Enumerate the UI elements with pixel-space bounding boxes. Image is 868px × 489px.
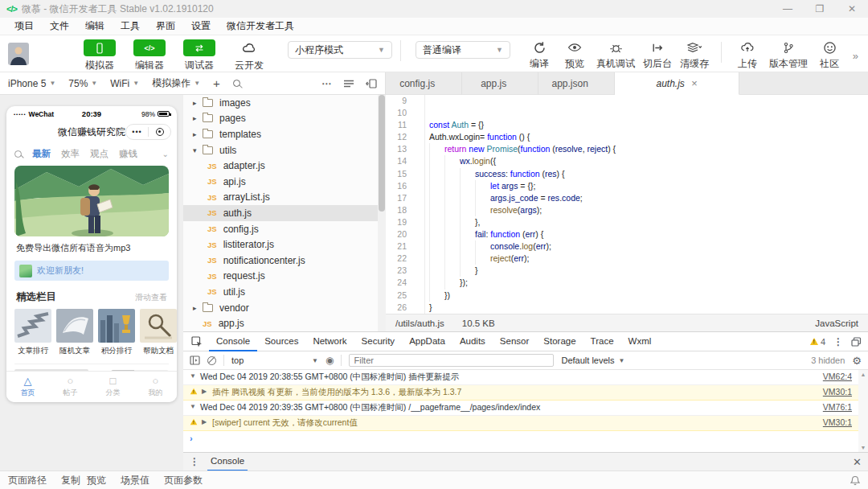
devtools-tab[interactable]: Trace (583, 332, 621, 351)
panel-layout-icon[interactable] (343, 79, 354, 88)
menu-item[interactable]: 编辑 (77, 18, 113, 35)
dock-side-icon[interactable] (366, 79, 377, 88)
preview-path-button[interactable]: 预览 (87, 474, 106, 487)
hidden-messages-label[interactable]: 3 hidden (811, 355, 845, 365)
tree-item[interactable]: ▸images (183, 95, 385, 111)
tabbar-home[interactable]: △ 首页 (6, 372, 49, 402)
line-number[interactable]: 22 (386, 253, 416, 265)
drawer-console-tab[interactable]: Console (207, 453, 248, 471)
dock-window-icon[interactable] (851, 337, 862, 347)
close-button[interactable]: ✕ (836, 0, 868, 18)
inspect-element-icon[interactable] (188, 334, 206, 350)
menu-item[interactable]: 文件 (42, 18, 77, 35)
devtools-tab[interactable]: Sources (257, 332, 305, 351)
menu-item[interactable]: 工具 (113, 18, 148, 35)
tree-item[interactable]: JSapi.js (183, 174, 385, 190)
remote-debug-button[interactable]: 真机调试 (592, 35, 639, 71)
tree-item[interactable]: JSrequest.js (183, 269, 385, 285)
code-editor[interactable]: 91011const Auth = {}12Auth.wxLogin= func… (386, 95, 868, 314)
line-number[interactable]: 26 (386, 302, 416, 314)
tree-scrollbar[interactable] (378, 95, 386, 331)
devtools-tab[interactable]: Audits (452, 332, 493, 351)
line-number[interactable]: 24 (386, 277, 416, 289)
log-levels-select[interactable]: Default levels ▼ (561, 355, 624, 365)
drawer-menu-icon[interactable]: ⋮ (190, 456, 199, 467)
add-icon[interactable]: + (213, 76, 220, 90)
notice-bar[interactable]: 欢迎新朋友! (14, 261, 169, 281)
file-language[interactable]: JavaScript (815, 318, 858, 328)
devtools-tab[interactable]: Security (354, 332, 403, 351)
card-points-rank[interactable]: 积分排行 (98, 309, 135, 356)
clear-cache-button[interactable]: 清缓存 (676, 35, 713, 71)
network-select[interactable]: WiFi▼ (110, 78, 139, 89)
category-tab[interactable]: 效率 (61, 148, 80, 160)
tree-item[interactable]: JSutil.js (183, 284, 385, 300)
devtools-tab[interactable]: Storage (536, 332, 583, 351)
compile-mode-select[interactable]: 普通编译 ▼ (416, 41, 510, 59)
expand-toggle-icon[interactable]: ▶ (202, 387, 212, 395)
tree-item[interactable]: ▸pages (183, 111, 385, 127)
twisty-icon[interactable]: ▾ (193, 146, 203, 154)
console-source-link[interactable]: VM76:1 (823, 402, 852, 412)
clear-console-icon[interactable] (207, 356, 216, 365)
twisty-icon[interactable]: ▸ (193, 130, 203, 138)
restore-button[interactable]: ❐ (804, 0, 836, 18)
devtools-tab[interactable]: Console (209, 332, 257, 351)
console-sidebar-toggle-icon[interactable] (190, 355, 200, 365)
compile-button[interactable]: 编译 (522, 35, 557, 71)
notification-bell-icon[interactable] (850, 475, 860, 486)
editor-tab[interactable]: auth.js × (615, 72, 739, 95)
preview-button[interactable]: 预览 (557, 35, 592, 71)
more-options-icon[interactable]: ⋯ (321, 78, 332, 89)
cloud-dev-button[interactable]: 云开发 (228, 35, 270, 72)
twisty-icon[interactable]: ▸ (193, 99, 203, 107)
tree-item[interactable]: JSauth.js (183, 205, 385, 221)
scene-value-button[interactable]: 场景值 (121, 474, 149, 487)
console-prompt[interactable]: › (183, 431, 868, 446)
twisty-icon[interactable]: ▸ (193, 114, 203, 122)
tree-item[interactable]: ▾utils (183, 142, 385, 158)
tabbar-posts[interactable]: ○ 帖子 (49, 372, 92, 402)
expand-toggle-icon[interactable]: ▼ (190, 372, 200, 380)
console-source-link[interactable]: VM30:1 (823, 417, 852, 427)
console-warnings-indicator[interactable]: 4 (810, 337, 825, 347)
line-number[interactable]: 21 (386, 240, 416, 253)
editor-tab[interactable]: app.js × (462, 72, 538, 95)
devtools-tab[interactable]: AppData (402, 332, 452, 351)
devtools-tab[interactable]: Sensor (493, 332, 536, 351)
article-hero-image[interactable] (14, 166, 169, 236)
console-scrollbar[interactable]: ▲▼ (858, 370, 868, 452)
tree-item[interactable]: ▸templates (183, 126, 385, 142)
tabbar-categories[interactable]: □ 分类 (92, 372, 134, 402)
community-button[interactable]: 社区 (812, 35, 847, 71)
tree-item[interactable]: JSarrayList.js (183, 190, 385, 206)
devtools-menu-icon[interactable]: ⋮ (833, 336, 843, 347)
console-source-link[interactable]: VM62:4 (823, 372, 852, 381)
minimize-button[interactable]: — (772, 0, 804, 18)
device-select[interactable]: iPhone 5▼ (8, 78, 55, 89)
menu-item[interactable]: 项目 (6, 18, 42, 35)
console-source-link[interactable]: VM30:1 (823, 387, 852, 397)
toolbar-overflow-icon[interactable]: » (853, 50, 857, 62)
user-avatar[interactable] (8, 43, 29, 65)
category-tab[interactable]: 赚钱 (119, 148, 137, 160)
line-number[interactable]: 23 (386, 265, 416, 277)
tree-item[interactable]: JSlistiterator.js (183, 236, 385, 253)
line-number[interactable]: 19 (386, 216, 416, 228)
editor-toggle-button[interactable]: </> 编辑器 (129, 35, 170, 72)
expand-toggle-icon[interactable]: ▼ (190, 402, 200, 410)
line-number[interactable]: 12 (386, 131, 416, 143)
live-expression-icon[interactable]: ◉ (326, 355, 334, 366)
switch-background-button[interactable]: 切后台 (639, 35, 676, 71)
close-tab-icon[interactable]: × (691, 77, 698, 89)
context-select[interactable]: top ▼ (231, 355, 318, 365)
line-number[interactable]: 9 (386, 95, 416, 107)
console-settings-icon[interactable]: ⚙ (852, 355, 862, 367)
tree-item[interactable]: JSconfig.js (183, 221, 385, 237)
search-icon[interactable] (14, 150, 22, 158)
expand-toggle-icon[interactable]: ▶ (202, 417, 212, 425)
line-number[interactable]: 13 (386, 143, 416, 155)
search-icon[interactable] (233, 80, 240, 87)
editor-tab[interactable]: config.js × (386, 72, 462, 95)
simulator-toggle-button[interactable]: 模拟器 (79, 35, 121, 72)
